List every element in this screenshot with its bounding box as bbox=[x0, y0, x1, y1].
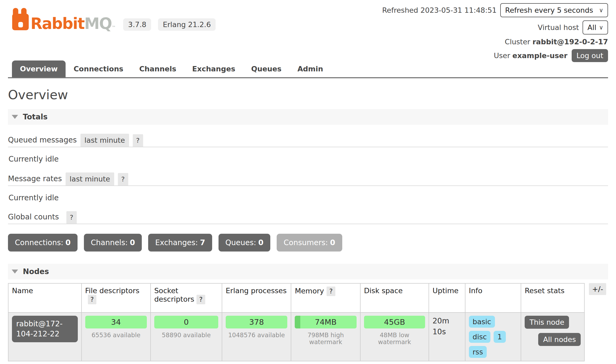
queues-count-label: Queues: bbox=[225, 238, 256, 247]
exchanges-count-label: Exchanges: bbox=[155, 238, 198, 247]
header: RabbitMQ™ 3.7.8 Erlang 21.2.6 Refreshed … bbox=[8, 0, 608, 60]
col-disk-space-label: Disk space bbox=[364, 287, 403, 295]
connections-count-value: 0 bbox=[65, 238, 70, 247]
cluster-name: rabbit@192-0-2-17 bbox=[533, 38, 608, 46]
global-counts-help-icon[interactable]: ? bbox=[66, 211, 77, 224]
nodes-section-header[interactable]: Nodes bbox=[8, 264, 608, 279]
reset-all-nodes-button[interactable]: All nodes bbox=[538, 333, 581, 346]
consumers-count-value: 0 bbox=[330, 238, 335, 247]
user-name: example-user bbox=[512, 51, 567, 60]
node-row: rabbit@172-104-212-22 34 65536 available… bbox=[8, 313, 584, 361]
erlang-processes-value: 378 bbox=[226, 316, 287, 328]
uptime-cell: 20m 10s bbox=[429, 313, 465, 361]
refresh-interval-value: Refresh every 5 seconds bbox=[505, 6, 593, 14]
uptime-value-minutes: 20m bbox=[433, 316, 461, 327]
socket-descriptors-help-icon[interactable]: ? bbox=[196, 295, 205, 304]
erlang-version-badge: Erlang 21.2.6 bbox=[158, 18, 216, 31]
disk-space-cell: 45GB 48MB low watermark bbox=[360, 313, 429, 361]
memory-help-icon[interactable]: ? bbox=[327, 287, 335, 296]
refreshed-timestamp: Refreshed 2023-05-31 11:48:51 bbox=[382, 6, 497, 14]
message-rates-help-icon[interactable]: ? bbox=[118, 173, 128, 185]
memory-value: 74MB bbox=[295, 316, 356, 328]
page: RabbitMQ™ 3.7.8 Erlang 21.2.6 Refreshed … bbox=[0, 0, 616, 364]
totals-section-header[interactable]: Totals bbox=[8, 109, 608, 125]
logout-button[interactable]: Log out bbox=[572, 49, 608, 62]
memory-bar: 74MB bbox=[295, 316, 356, 328]
queued-messages-help-icon[interactable]: ? bbox=[133, 134, 143, 147]
nodes-table: Name File descriptors? Socket descriptor… bbox=[8, 283, 585, 361]
node-name-badge[interactable]: rabbit@172-104-212-22 bbox=[12, 316, 78, 342]
erlang-processes-available: 1048576 available bbox=[226, 332, 287, 339]
exchanges-count-button[interactable]: Exchanges:7 bbox=[148, 234, 212, 252]
global-counts-header: Global counts ? bbox=[8, 211, 608, 224]
tab-channels[interactable]: Channels bbox=[131, 60, 184, 77]
virtual-host-value: All bbox=[587, 23, 596, 32]
col-reset-stats: Reset stats bbox=[521, 283, 584, 313]
socket-descriptors-value: 0 bbox=[154, 316, 218, 328]
message-rates-label: Message rates bbox=[8, 174, 62, 185]
file-descriptors-help-icon[interactable]: ? bbox=[88, 295, 97, 304]
tab-queues[interactable]: Queues bbox=[243, 60, 289, 77]
col-erlang-processes-label: Erlang processes bbox=[226, 287, 286, 295]
collapse-arrow-icon bbox=[12, 270, 18, 274]
info-badges: basic disc 1 rss bbox=[469, 316, 511, 358]
disk-space-bar: 45GB bbox=[364, 316, 425, 328]
reset-this-node-button[interactable]: This node bbox=[525, 316, 569, 329]
collapse-arrow-icon bbox=[12, 115, 18, 119]
info-badge-1: 1 bbox=[494, 331, 506, 343]
col-info-label: Info bbox=[469, 287, 482, 295]
consumers-count-button[interactable]: Consumers:0 bbox=[277, 234, 342, 252]
col-reset-stats-label: Reset stats bbox=[525, 287, 564, 295]
col-info: Info bbox=[465, 283, 521, 313]
message-rates-idle-text: Currently idle bbox=[8, 193, 608, 202]
col-socket-descriptors-label: Socket descriptors bbox=[154, 287, 194, 303]
column-toggle-button[interactable]: +/- bbox=[589, 283, 606, 295]
version-badges: 3.7.8 Erlang 21.2.6 bbox=[123, 18, 216, 31]
erlang-processes-bar: 378 bbox=[226, 316, 287, 328]
rabbitmq-version-badge: 3.7.8 bbox=[123, 18, 151, 31]
col-file-descriptors: File descriptors? bbox=[82, 283, 151, 313]
queues-count-button[interactable]: Queues:0 bbox=[219, 234, 271, 252]
tab-admin[interactable]: Admin bbox=[289, 60, 331, 77]
tab-overview[interactable]: Overview bbox=[12, 60, 66, 77]
queues-count-value: 0 bbox=[258, 238, 263, 247]
file-descriptors-available: 65536 available bbox=[85, 332, 147, 339]
file-descriptors-bar: 34 bbox=[85, 316, 147, 328]
col-file-descriptors-label: File descriptors bbox=[85, 287, 139, 295]
col-erlang-processes: Erlang processes bbox=[222, 283, 291, 313]
nodes-table-wrap: Name File descriptors? Socket descriptor… bbox=[8, 283, 608, 361]
virtual-host-select[interactable]: All ∨ bbox=[583, 20, 608, 34]
disk-space-value: 45GB bbox=[364, 316, 425, 328]
refresh-interval-select[interactable]: Refresh every 5 seconds ∨ bbox=[500, 3, 608, 17]
info-badge-basic: basic bbox=[469, 316, 495, 328]
col-memory-label: Memory bbox=[295, 287, 324, 295]
user-label: User bbox=[494, 51, 510, 60]
queued-messages-header: Queued messages last minute ? bbox=[8, 134, 608, 147]
socket-descriptors-bar: 0 bbox=[154, 316, 218, 328]
exchanges-count-value: 7 bbox=[200, 238, 205, 247]
tab-exchanges[interactable]: Exchanges bbox=[184, 60, 243, 77]
col-uptime-label: Uptime bbox=[433, 287, 459, 295]
rabbitmq-logo[interactable]: RabbitMQ™ 3.7.8 Erlang 21.2.6 bbox=[12, 8, 216, 31]
uptime-value-seconds: 10s bbox=[433, 327, 461, 337]
nodes-table-header-row: Name File descriptors? Socket descriptor… bbox=[8, 283, 584, 313]
brand-rabbit: Rabbit bbox=[31, 15, 84, 33]
connections-count-button[interactable]: Connections:0 bbox=[8, 234, 78, 252]
channels-count-label: Channels: bbox=[91, 238, 128, 247]
channels-count-button[interactable]: Channels:0 bbox=[84, 234, 142, 252]
reset-stats-cell: This node All nodes bbox=[521, 313, 584, 361]
page-title: Overview bbox=[8, 87, 608, 102]
message-rates-range-tab[interactable]: last minute bbox=[66, 172, 114, 185]
memory-cell: 74MB 798MB high watermark bbox=[291, 313, 360, 361]
queued-messages-label: Queued messages bbox=[8, 136, 77, 147]
connections-count-label: Connections: bbox=[15, 238, 63, 247]
col-socket-descriptors: Socket descriptors ? bbox=[151, 283, 222, 313]
chevron-down-icon: ∨ bbox=[599, 7, 603, 14]
queued-messages-range-tab[interactable]: last minute bbox=[80, 134, 129, 147]
global-counts-stats: Connections:0 Channels:0 Exchanges:7 Que… bbox=[8, 234, 608, 252]
col-name: Name bbox=[8, 283, 82, 313]
col-memory: Memory? bbox=[291, 283, 360, 313]
disk-space-watermark: 48MB low watermark bbox=[364, 332, 425, 345]
col-uptime: Uptime bbox=[429, 283, 465, 313]
tab-connections[interactable]: Connections bbox=[66, 60, 131, 77]
